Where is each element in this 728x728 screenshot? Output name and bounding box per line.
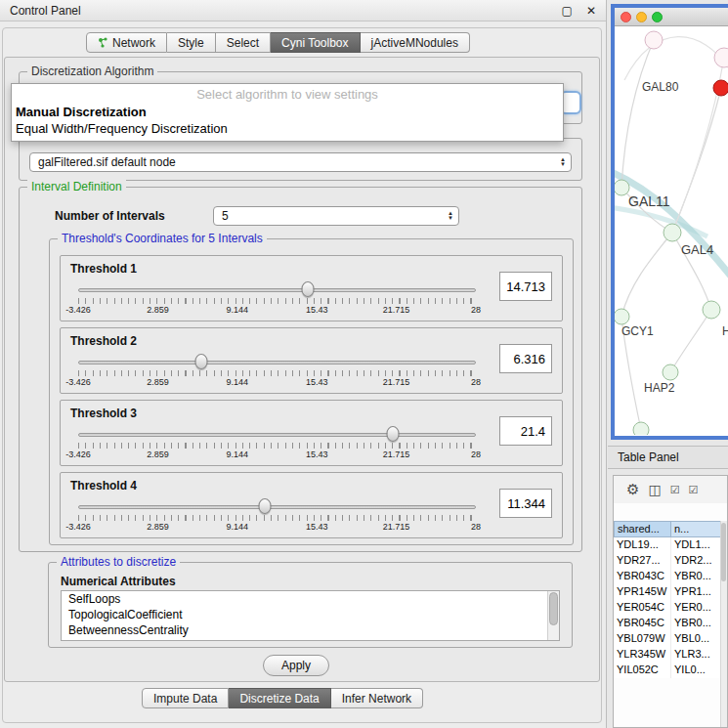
threshold-slider[interactable]: -3.4262.8599.14415.4321.71528 [78,424,476,463]
tab-jactivemnodules[interactable]: jActiveMNodules [361,32,470,53]
float-window-icon[interactable]: ▢ [562,4,573,18]
apply-button[interactable]: Apply [263,655,329,676]
tab-label: Cyni Toolbox [281,36,348,50]
table-row[interactable]: YDR27...YDR2... [614,553,727,569]
tab-discretize-data[interactable]: Discretize Data [229,688,330,708]
bottom-tab-bar: Impute Data Discretize Data Infer Networ… [142,688,423,708]
combo-value: 5 [222,209,229,223]
table-header-row: shared...n... [614,521,727,537]
table-scrollbar[interactable] [720,521,727,727]
table-row[interactable]: YPR145WYPR1... [614,584,727,600]
threshold-value-field[interactable]: 11.344 [499,489,552,518]
tab-impute-data[interactable]: Impute Data [142,688,229,708]
stepper-icon: ▲▼ [560,157,566,167]
window-title: Control Panel [10,4,81,18]
network-node[interactable] [633,422,649,435]
network-node[interactable] [714,48,728,67]
minimize-window-icon[interactable] [636,12,647,22]
close-window-icon[interactable] [621,12,631,22]
network-canvas-svg[interactable]: GAL80GAL11GAL4GCY1HHAP2 [615,26,728,435]
scale-label: -3.426 [65,522,91,532]
scrollbar-thumb[interactable] [549,592,558,625]
network-node[interactable] [703,301,720,319]
threshold-value-field[interactable]: 21.4 [499,416,552,446]
slider-thumb[interactable] [195,354,208,369]
table-row[interactable]: YLR345WYLR3... [614,647,727,663]
scale-label: 9.144 [227,522,249,532]
table-body: YDL19...YDL1...YDR27...YDR2...YBR043CYBR… [614,537,727,678]
threshold-slider[interactable]: -3.4262.8599.14415.4321.71528 [78,279,476,319]
scale-label: 9.144 [227,305,249,315]
table-data-select[interactable]: galFiltered.sif default node ▲▼ [29,152,572,172]
list-item[interactable]: BetweennessCentrality [62,622,559,638]
tab-infer-network[interactable]: Infer Network [331,688,423,708]
select-all-icon[interactable]: ☑ [670,484,680,496]
table-row[interactable]: YIL052CYIL0... [614,663,727,678]
tab-cyni-toolbox[interactable]: Cyni Toolbox [271,32,360,53]
scale-label: 15.43 [306,450,328,459]
select-columns-icon[interactable]: ☑ [689,484,699,496]
network-node[interactable] [663,364,678,380]
threshold-slider[interactable]: -3.4262.8599.14415.4321.71528 [78,496,476,535]
table-cell: YBR043C [614,569,671,584]
group-label: Attributes to discretize [57,555,180,569]
network-node[interactable] [664,224,681,241]
zoom-window-icon[interactable] [652,12,663,22]
slider-thumb[interactable] [259,498,272,514]
slider-track[interactable] [78,505,476,509]
tab-select[interactable]: Select [216,32,271,53]
threshold-value-field[interactable]: 14.713 [499,272,552,301]
close-icon[interactable]: ✕ [586,4,596,18]
table-cell: YLR3... [671,647,727,663]
network-node-label: GAL80 [642,80,679,94]
network-titlebar [615,8,728,26]
dropdown-item-manual-discretization[interactable]: Manual Discretization [12,104,563,120]
table-cell: YIL0... [671,663,727,678]
tab-label: jActiveMNodules [371,36,458,50]
column-header[interactable]: shared... [614,521,671,537]
top-tab-bar: Network Style Select Cyni Toolbox jActiv… [86,32,470,53]
gear-icon[interactable]: ⚙ [626,481,639,498]
table-row[interactable]: YBR045CYBR0... [614,616,727,631]
network-node[interactable] [615,309,629,324]
number-of-intervals-select[interactable]: 5 ▲▼ [213,206,459,226]
slider-track[interactable] [78,288,476,292]
network-edge [624,37,728,80]
slider-track[interactable] [78,433,476,437]
scrollbar-thumb[interactable] [721,523,726,581]
network-canvas[interactable]: GAL80GAL11GAL4GCY1HHAP2 [615,26,728,435]
column-selector-icon[interactable]: ◫ [648,482,661,497]
tab-label: Select [227,36,259,50]
threshold-value-field[interactable]: 6.316 [499,344,552,373]
control-panel-titlebar: Control Panel ▢ ✕ [0,0,606,21]
network-edge [615,207,707,236]
table-row[interactable]: YDL19...YDL1... [614,537,727,553]
number-of-intervals-label: Number of Intervals [55,209,165,223]
tab-style[interactable]: Style [167,32,216,53]
network-edge [621,233,672,317]
list-item[interactable]: SelfLoops [62,591,559,607]
combo-value: galFiltered.sif default node [38,155,176,169]
column-header[interactable]: n... [671,521,727,537]
network-node[interactable] [645,31,663,49]
network-node[interactable] [615,180,629,195]
network-node[interactable] [713,80,728,96]
table-row[interactable]: YER054CYER0... [614,600,727,616]
network-node-label: GAL11 [628,193,670,209]
table-row[interactable]: YBR043CYBR0... [614,569,727,584]
attributes-scrollbar[interactable] [547,591,559,640]
threshold-slider[interactable]: -3.4262.8599.14415.4321.71528 [78,352,476,391]
slider-thumb[interactable] [301,281,314,297]
group-label: Interval Definition [27,180,126,193]
dropdown-item-equal-width[interactable]: Equal Width/Frequency Discretization [12,120,563,137]
tab-network[interactable]: Network [86,32,167,53]
table-row[interactable]: YBL079WYBL0... [614,631,727,647]
scale-label: -3.426 [65,377,91,387]
threshold-panel: Threshold 3 -3.4262.8599.14415.4321.7152… [60,400,563,466]
attributes-list[interactable]: SelfLoopsTopologicalCoefficientBetweenne… [61,590,560,641]
table-panel-window: ⚙◫☑☑ shared...n... YDL19...YDL1...YDR27.… [613,475,728,728]
slider-thumb[interactable] [386,426,399,442]
slider-track[interactable] [78,361,476,364]
list-item[interactable]: TopologicalCoefficient [62,607,559,622]
scale-label: 28 [471,377,481,387]
